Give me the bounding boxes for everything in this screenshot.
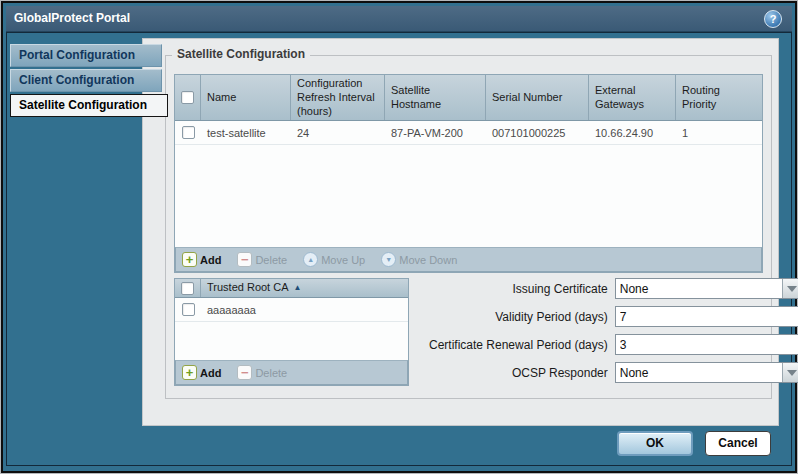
satellite-table-toolbar: + Add − Delete ▲ Move Up	[175, 247, 762, 272]
satellite-table-body: test-satellite 24 87-PA-VM-200 007101000…	[175, 121, 762, 247]
ca-add-button[interactable]: + Add	[182, 365, 221, 380]
certificate-renewal-period-row: Certificate Renewal Period (days)	[429, 334, 798, 355]
trusted-root-ca-toolbar: + Add − Delete	[175, 360, 408, 385]
ca-row-checkbox[interactable]	[182, 303, 195, 316]
titlebar: GlobalProtect Portal ?	[6, 6, 792, 32]
move-down-button-label: Move Down	[399, 254, 457, 266]
cell-routing-priority: 1	[676, 121, 762, 144]
column-header-satellite-hostname[interactable]: Satellite Hostname	[385, 75, 486, 120]
help-icon[interactable]: ?	[764, 10, 782, 28]
trusted-root-ca-table: Trusted Root CA ▲ aaaaaaaa	[174, 278, 409, 386]
cell-trusted-root-ca: aaaaaaaa	[201, 298, 408, 321]
column-header-name[interactable]: Name	[201, 75, 291, 120]
column-header-routing-priority[interactable]: Routing Priority	[676, 75, 762, 120]
chevron-down-icon[interactable]	[782, 363, 798, 382]
add-icon: +	[182, 252, 197, 267]
delete-button-label: Delete	[255, 254, 287, 266]
ca-delete-button[interactable]: − Delete	[237, 365, 287, 380]
column-header-refresh-interval[interactable]: Configuration Refresh Interval (hours)	[291, 75, 385, 120]
move-up-icon: ▲	[303, 252, 318, 267]
column-header-trusted-root-ca[interactable]: Trusted Root CA ▲	[201, 279, 408, 297]
validity-period-label: Validity Period (days)	[429, 310, 615, 324]
cell-serial-number: 007101000225	[486, 121, 589, 144]
delete-satellite-button[interactable]: − Delete	[237, 252, 287, 267]
row-checkbox-cell	[175, 121, 201, 144]
table-row[interactable]: test-satellite 24 87-PA-VM-200 007101000…	[175, 121, 762, 145]
sort-asc-icon: ▲	[294, 283, 302, 293]
satellite-configuration-fieldset: Satellite Configuration Name Configurati…	[165, 55, 772, 399]
dialog-frame: GlobalProtect Portal ? Portal Configurat…	[0, 0, 798, 474]
dialog-title: GlobalProtect Portal	[14, 11, 130, 25]
issuing-certificate-value: None	[616, 282, 782, 296]
move-up-button-label: Move Up	[321, 254, 365, 266]
cell-satellite-hostname: 87-PA-VM-200	[385, 121, 486, 144]
ocsp-responder-value: None	[616, 366, 782, 380]
tab-client-configuration[interactable]: Client Configuration	[10, 69, 162, 92]
list-item[interactable]: aaaaaaaa	[175, 298, 408, 322]
globalprotect-portal-dialog: GlobalProtect Portal ? Portal Configurat…	[1, 1, 797, 473]
tab-portal-configuration[interactable]: Portal Configuration	[10, 44, 162, 67]
left-tab-strip: Portal Configuration Client Configuratio…	[10, 44, 170, 119]
issuing-certificate-row: Issuing Certificate None	[429, 278, 798, 299]
satellite-configuration-panel: Satellite Configuration Name Configurati…	[142, 38, 779, 426]
ok-button[interactable]: OK	[617, 431, 693, 456]
select-all-checkbox[interactable]	[181, 91, 194, 104]
move-down-icon: ▼	[381, 252, 396, 267]
validity-period-row: Validity Period (days)	[429, 306, 798, 327]
issuing-certificate-select[interactable]: None	[615, 278, 798, 299]
move-up-button[interactable]: ▲ Move Up	[303, 252, 365, 267]
bottom-section: Trusted Root CA ▲ aaaaaaaa	[174, 278, 763, 390]
cell-refresh-interval: 24	[291, 121, 385, 144]
ca-header-checkbox-cell	[175, 279, 201, 297]
ca-select-all-checkbox[interactable]	[181, 282, 194, 295]
tab-satellite-configuration[interactable]: Satellite Configuration	[10, 94, 168, 117]
row-checkbox[interactable]	[182, 126, 195, 139]
ocsp-responder-select[interactable]: None	[615, 362, 798, 383]
satellite-table: Name Configuration Refresh Interval (hou…	[174, 74, 763, 273]
issuing-certificate-label: Issuing Certificate	[429, 282, 615, 296]
certificate-form: Issuing Certificate None Validity Period…	[409, 278, 798, 390]
validity-period-field[interactable]	[615, 306, 798, 327]
footer-buttons: OK Cancel	[617, 431, 771, 456]
cancel-button[interactable]: Cancel	[705, 431, 771, 456]
ca-delete-button-label: Delete	[255, 367, 287, 379]
satellite-table-header: Name Configuration Refresh Interval (hou…	[175, 75, 762, 121]
fieldset-legend: Satellite Configuration	[172, 47, 310, 61]
delete-icon: −	[237, 252, 252, 267]
ca-add-button-label: Add	[200, 367, 221, 379]
add-button-label: Add	[200, 254, 221, 266]
trusted-root-ca-header: Trusted Root CA ▲	[175, 279, 408, 298]
chevron-down-icon[interactable]	[782, 279, 798, 298]
certificate-renewal-period-field[interactable]	[615, 334, 798, 355]
ca-row-checkbox-cell	[175, 298, 201, 321]
ocsp-responder-row: OCSP Responder None	[429, 362, 798, 383]
certificate-renewal-period-label: Certificate Renewal Period (days)	[429, 338, 615, 352]
cell-external-gateways: 10.66.24.90	[589, 121, 676, 144]
dialog-body: Portal Configuration Client Configuratio…	[6, 32, 792, 466]
delete-icon: −	[237, 365, 252, 380]
add-icon: +	[182, 365, 197, 380]
ocsp-responder-label: OCSP Responder	[429, 366, 615, 380]
header-checkbox-cell	[175, 75, 201, 120]
column-header-serial-number[interactable]: Serial Number	[486, 75, 589, 120]
column-header-external-gateways[interactable]: External Gateways	[589, 75, 676, 120]
add-satellite-button[interactable]: + Add	[182, 252, 221, 267]
move-down-button[interactable]: ▼ Move Down	[381, 252, 457, 267]
trusted-root-ca-body: aaaaaaaa	[175, 298, 408, 360]
cell-name: test-satellite	[201, 121, 291, 144]
trusted-root-ca-header-label: Trusted Root CA	[207, 281, 289, 295]
